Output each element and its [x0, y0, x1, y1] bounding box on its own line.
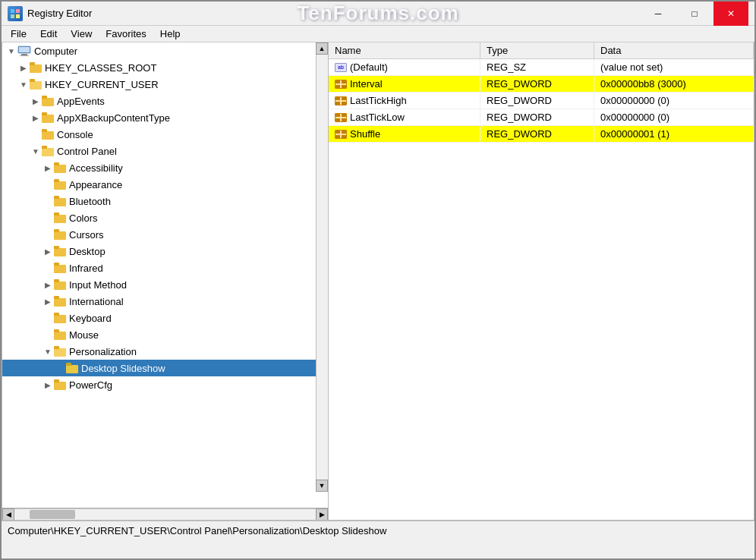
restore-button[interactable]: □: [677, 2, 712, 26]
folder-icon-inputmethod: [54, 279, 66, 290]
cell-type-lastticklow: REG_DWORD: [480, 109, 594, 125]
folder-icon-accessibility: [54, 162, 66, 173]
status-bar: Computer\HKEY_CURRENT_USER\Control Panel…: [2, 521, 754, 540]
expand-hkcr[interactable]: ▶: [17, 61, 30, 74]
tree-label-keyboard: Keyboard: [69, 313, 112, 324]
tree-item-international[interactable]: ▶ International: [2, 293, 316, 310]
svg-rect-13: [342, 85, 346, 88]
expand-appevents[interactable]: ▶: [30, 95, 42, 107]
svg-rect-24: [335, 135, 340, 138]
tree-hscroll-left[interactable]: ◀: [2, 508, 14, 521]
expand-accessibility[interactable]: ▶: [42, 162, 54, 174]
tree-hscroll-right[interactable]: ▶: [316, 508, 328, 521]
tree-pane: ▲ ▼ ▼ Computer: [2, 42, 329, 520]
tree-item-inputmethod[interactable]: ▶ Input Method: [2, 276, 316, 293]
folder-icon-console: [42, 129, 54, 140]
cell-data-lasttickhigh: 0x00000000 (0): [594, 93, 754, 109]
app-icon: [8, 6, 23, 21]
folder-icon-appevents: [42, 96, 54, 106]
expand-controlpanel[interactable]: ▼: [30, 145, 42, 157]
tree-item-appxbackup[interactable]: ▶ AppXBackupContentType: [2, 109, 316, 126]
table-row-interval[interactable]: Interval REG_DWORD 0x00000bb8 (3000): [329, 76, 754, 93]
minimize-button[interactable]: ─: [641, 2, 676, 26]
tree-label-accessibility: Accessibility: [69, 162, 123, 174]
svg-rect-17: [342, 102, 346, 105]
menu-bar: File Edit View Favorites Help: [2, 26, 754, 42]
cell-type-lasttickhigh: REG_DWORD: [480, 93, 594, 109]
tree-label-hkcr: HKEY_CLASSES_ROOT: [45, 62, 156, 74]
expand-personalization[interactable]: ▼: [42, 345, 54, 357]
folder-icon-hkcu: [30, 79, 42, 90]
svg-rect-10: [335, 80, 340, 83]
expand-international[interactable]: ▶: [42, 295, 54, 307]
tree-item-infrared[interactable]: Infrared: [2, 260, 316, 276]
menu-edit[interactable]: Edit: [34, 27, 63, 41]
col-header-data: Data: [594, 42, 754, 58]
expand-hkcu[interactable]: ▼: [17, 78, 30, 90]
no-expand-infrared: [42, 262, 54, 274]
tree-item-accessibility[interactable]: ▶ Accessibility: [2, 159, 316, 176]
expand-appxbackup[interactable]: ▶: [30, 112, 42, 124]
expand-desktop[interactable]: ▶: [42, 245, 54, 257]
menu-view[interactable]: View: [65, 27, 98, 41]
tree-item-mouse[interactable]: Mouse: [2, 326, 316, 343]
window-controls: ─ □ ✕: [641, 2, 748, 26]
table-row-shuffle[interactable]: Shuffle REG_DWORD 0x00000001 (1): [329, 126, 754, 143]
tree-item-appearance[interactable]: Appearance: [2, 176, 316, 193]
cell-data-shuffle: 0x00000001 (1): [594, 126, 754, 142]
no-expand-cursors: [42, 228, 54, 241]
tree-item-hkcu[interactable]: ▼ HKEY_CURRENT_USER: [2, 76, 316, 93]
svg-rect-19: [342, 114, 346, 117]
no-expand-appearance: [42, 178, 54, 190]
close-button[interactable]: ✕: [713, 2, 748, 26]
tree-hscroll-track[interactable]: [14, 508, 316, 521]
tree-item-personalization[interactable]: ▼ Personalization: [2, 343, 316, 360]
tree-item-controlpanel[interactable]: ▼ Control Panel: [2, 143, 316, 159]
menu-favorites[interactable]: Favorites: [99, 27, 152, 41]
table-rows: ab (Default) REG_SZ (value not set): [329, 59, 754, 143]
cell-name-shuffle: Shuffle: [329, 126, 480, 142]
cell-data-default: (value not set): [594, 59, 754, 75]
tree-hscroll-thumb: [30, 510, 75, 519]
scroll-up-button[interactable]: ▲: [316, 42, 328, 55]
svg-rect-20: [335, 118, 340, 121]
svg-rect-21: [342, 118, 346, 121]
folder-icon-appearance: [54, 179, 66, 190]
table-row-lastticklow[interactable]: LastTickLow REG_DWORD 0x00000000 (0): [329, 109, 754, 126]
table-row-lasttickhigh[interactable]: LastTickHigh REG_DWORD 0x00000000 (0): [329, 93, 754, 109]
tree-item-console[interactable]: Console: [2, 126, 316, 143]
tree-label-controlpanel: Control Panel: [57, 146, 117, 157]
expand-powercfg[interactable]: ▶: [42, 379, 54, 391]
tree-item-keyboard[interactable]: Keyboard: [2, 310, 316, 326]
reg-icon-sz: ab: [335, 62, 347, 73]
tree-label-international: International: [69, 296, 124, 307]
folder-icon-keyboard: [54, 313, 66, 323]
tree-label-infrared: Infrared: [69, 263, 103, 274]
no-expand-desktopslideshow: [54, 362, 66, 374]
svg-rect-18: [335, 114, 340, 117]
tree-item-appevents[interactable]: ▶ AppEvents: [2, 93, 316, 109]
expand-computer[interactable]: ▼: [5, 45, 17, 57]
col-header-name: Name: [329, 42, 480, 58]
tree-item-colors[interactable]: Colors: [2, 209, 316, 226]
svg-rect-22: [335, 131, 340, 134]
scroll-down-button[interactable]: ▼: [316, 480, 328, 492]
menu-file[interactable]: File: [5, 27, 33, 41]
svg-rect-25: [342, 135, 346, 138]
tree-item-desktop[interactable]: ▶ Desktop: [2, 243, 316, 260]
table-row-default[interactable]: ab (Default) REG_SZ (value not set): [329, 59, 754, 76]
tree-label-mouse: Mouse: [69, 329, 99, 341]
tree-item-hkcr[interactable]: ▶ HKEY_CLASSES_ROOT: [2, 59, 316, 76]
tree-item-computer[interactable]: ▼ Computer: [2, 42, 316, 59]
tree-item-cursors[interactable]: Cursors: [2, 226, 316, 243]
tree-item-powercfg[interactable]: ▶ PowerCfg: [2, 376, 316, 393]
tree-item-bluetooth[interactable]: Bluetooth: [2, 193, 316, 209]
folder-icon-powercfg: [54, 379, 66, 390]
tree-item-desktopslideshow[interactable]: Desktop Slideshow: [2, 360, 316, 376]
menu-help[interactable]: Help: [154, 27, 187, 41]
svg-rect-23: [342, 131, 346, 134]
svg-rect-2: [11, 14, 14, 18]
cell-name-lasttickhigh: LastTickHigh: [329, 93, 480, 109]
expand-inputmethod[interactable]: ▶: [42, 278, 54, 291]
reg-icon-dword-lastticklow: [335, 112, 347, 123]
